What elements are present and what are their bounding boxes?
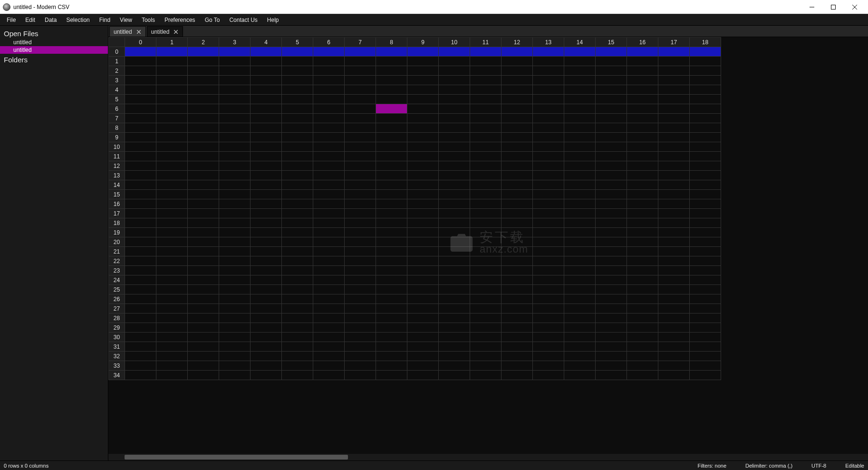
tab[interactable]: untitled <box>109 26 146 37</box>
cell[interactable] <box>156 275 188 285</box>
cell[interactable] <box>596 371 627 380</box>
cell[interactable] <box>345 190 376 199</box>
cell[interactable] <box>439 47 470 57</box>
cell[interactable] <box>251 275 282 285</box>
cell[interactable] <box>627 190 658 199</box>
cell[interactable] <box>627 123 658 133</box>
cell[interactable] <box>376 352 407 361</box>
cell[interactable] <box>502 190 533 199</box>
cell[interactable] <box>251 247 282 256</box>
cell[interactable] <box>407 228 439 237</box>
cell[interactable] <box>470 57 502 66</box>
cell[interactable] <box>658 275 690 285</box>
cell[interactable] <box>564 266 596 275</box>
row-header[interactable]: 1 <box>109 57 125 66</box>
row-header[interactable]: 32 <box>109 352 125 361</box>
cell[interactable] <box>564 123 596 133</box>
cell[interactable] <box>219 266 251 275</box>
menu-tools[interactable]: Tools <box>137 14 160 25</box>
cell[interactable] <box>470 104 502 114</box>
cell[interactable] <box>376 371 407 380</box>
cell[interactable] <box>376 180 407 190</box>
cell[interactable] <box>658 57 690 66</box>
cell[interactable] <box>658 152 690 161</box>
cell[interactable] <box>282 361 313 371</box>
cell[interactable] <box>345 123 376 133</box>
cell[interactable] <box>345 304 376 313</box>
cell[interactable] <box>376 342 407 352</box>
cell[interactable] <box>125 237 156 247</box>
cell[interactable] <box>564 85 596 95</box>
cell[interactable] <box>690 256 721 266</box>
cell[interactable] <box>156 190 188 199</box>
cell[interactable] <box>125 313 156 323</box>
cell[interactable] <box>219 133 251 142</box>
cell[interactable] <box>502 285 533 294</box>
cell[interactable] <box>156 266 188 275</box>
cell[interactable] <box>188 104 219 114</box>
cell[interactable] <box>188 66 219 76</box>
cell[interactable] <box>282 333 313 342</box>
cell[interactable] <box>627 142 658 152</box>
cell[interactable] <box>502 76 533 85</box>
cell[interactable] <box>596 47 627 57</box>
cell[interactable] <box>125 266 156 275</box>
cell[interactable] <box>439 142 470 152</box>
cell[interactable] <box>596 161 627 171</box>
cell[interactable] <box>502 266 533 275</box>
cell[interactable] <box>627 352 658 361</box>
cell[interactable] <box>627 361 658 371</box>
cell[interactable] <box>564 313 596 323</box>
cell[interactable] <box>470 180 502 190</box>
cell[interactable] <box>533 285 564 294</box>
cell[interactable] <box>596 228 627 237</box>
cell[interactable] <box>407 66 439 76</box>
cell[interactable] <box>219 361 251 371</box>
row-header[interactable]: 25 <box>109 285 125 294</box>
cell[interactable] <box>219 209 251 218</box>
cell[interactable] <box>376 95 407 104</box>
cell[interactable] <box>313 152 345 161</box>
cell[interactable] <box>658 85 690 95</box>
cell[interactable] <box>596 294 627 304</box>
cell[interactable] <box>156 352 188 361</box>
row-header[interactable]: 14 <box>109 180 125 190</box>
cell[interactable] <box>658 256 690 266</box>
cell[interactable] <box>125 76 156 85</box>
cell[interactable] <box>313 218 345 228</box>
cell[interactable] <box>407 161 439 171</box>
cell[interactable] <box>596 123 627 133</box>
cell[interactable] <box>376 294 407 304</box>
cell[interactable] <box>251 47 282 57</box>
cell[interactable] <box>219 190 251 199</box>
cell[interactable] <box>658 104 690 114</box>
cell[interactable] <box>156 57 188 66</box>
cell[interactable] <box>376 237 407 247</box>
cell[interactable] <box>658 180 690 190</box>
cell[interactable] <box>407 333 439 342</box>
cell[interactable] <box>502 228 533 237</box>
cell[interactable] <box>564 361 596 371</box>
cell[interactable] <box>313 352 345 361</box>
cell[interactable] <box>345 371 376 380</box>
cell[interactable] <box>470 266 502 275</box>
cell[interactable] <box>251 76 282 85</box>
cell[interactable] <box>313 247 345 256</box>
cell[interactable] <box>125 333 156 342</box>
cell[interactable] <box>188 142 219 152</box>
cell[interactable] <box>533 209 564 218</box>
cell[interactable] <box>658 361 690 371</box>
cell[interactable] <box>251 361 282 371</box>
menu-edit[interactable]: Edit <box>20 14 40 25</box>
cell[interactable] <box>219 237 251 247</box>
cell[interactable] <box>658 323 690 333</box>
cell[interactable] <box>188 199 219 209</box>
cell[interactable] <box>690 294 721 304</box>
cell[interactable] <box>627 228 658 237</box>
column-header[interactable]: 1 <box>156 38 188 47</box>
cell[interactable] <box>470 304 502 313</box>
cell[interactable] <box>407 285 439 294</box>
menu-view[interactable]: View <box>115 14 137 25</box>
cell[interactable] <box>658 142 690 152</box>
cell[interactable] <box>470 76 502 85</box>
